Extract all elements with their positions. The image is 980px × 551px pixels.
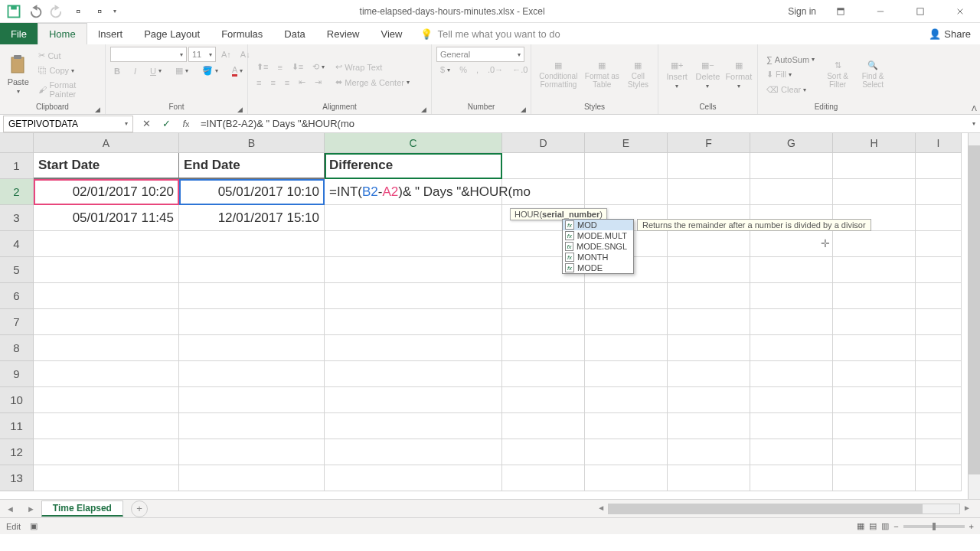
view-page-icon[interactable]: ▤ (869, 521, 877, 531)
row-header-7[interactable]: 7 (0, 309, 34, 335)
cell-B6[interactable] (179, 283, 325, 309)
col-header-g[interactable]: G (750, 133, 833, 153)
cell-B13[interactable] (179, 465, 325, 491)
format-painter-button[interactable]: 🖌Format Painter (34, 78, 100, 101)
cell-E13[interactable] (585, 465, 668, 491)
row-header-6[interactable]: 6 (0, 283, 34, 309)
cell-H13[interactable] (833, 465, 916, 491)
cell-G7[interactable] (750, 309, 833, 335)
cell-B2[interactable]: 05/01/2017 10:10 (179, 179, 325, 205)
col-header-h[interactable]: H (833, 133, 916, 153)
cell-I6[interactable] (916, 283, 962, 309)
cell-A9[interactable] (34, 361, 179, 387)
cell-F6[interactable] (668, 283, 750, 309)
tab-review[interactable]: Review (316, 23, 371, 44)
cell-D1[interactable] (502, 153, 585, 179)
undo-icon[interactable] (28, 4, 43, 19)
cell-F5[interactable] (668, 257, 750, 283)
comma-icon[interactable]: , (472, 63, 482, 77)
cell-G12[interactable] (750, 439, 833, 465)
conditional-formatting-button[interactable]: ▦ Conditional Formatting (536, 60, 581, 89)
tab-formulas[interactable]: Formulas (211, 23, 273, 44)
cell-E10[interactable] (585, 387, 668, 413)
ac-item-mode[interactable]: fxMODE (563, 262, 633, 273)
cell-F4[interactable] (668, 231, 750, 257)
save-icon[interactable] (6, 4, 21, 19)
border-button[interactable]: ▦▾ (172, 63, 192, 79)
cell-G5[interactable] (750, 257, 833, 283)
fill-color-button[interactable]: 🪣▾ (198, 63, 222, 79)
row-header-10[interactable]: 10 (0, 387, 34, 413)
cell-F2[interactable] (668, 179, 750, 205)
cell-D13[interactable] (502, 465, 585, 491)
cell-C12[interactable] (325, 439, 502, 465)
cell-G8[interactable] (750, 335, 833, 361)
cell-C5[interactable] (325, 257, 502, 283)
indent-inc-icon[interactable]: ⇥ (311, 75, 325, 90)
cell-A13[interactable] (34, 465, 179, 491)
sheet-nav-prev-icon[interactable]: ◄ (0, 504, 21, 514)
row-header-1[interactable]: 1 (0, 153, 34, 179)
col-header-c[interactable]: C (325, 133, 502, 153)
cell-B4[interactable] (179, 231, 325, 257)
cell-H9[interactable] (833, 361, 916, 387)
cell-E11[interactable] (585, 413, 668, 439)
cell-B12[interactable] (179, 439, 325, 465)
qat-btn-1[interactable]: ▫ (70, 4, 86, 19)
cell-I11[interactable] (916, 413, 962, 439)
cell-G2[interactable] (750, 179, 833, 205)
dec-decimal-icon[interactable]: ←.0 (508, 63, 531, 77)
cell-C11[interactable] (325, 413, 502, 439)
cell-I2[interactable] (916, 179, 962, 205)
dialog-launcher-icon[interactable]: ◢ (421, 106, 426, 113)
cell-H12[interactable] (833, 439, 916, 465)
cell-F8[interactable] (668, 335, 750, 361)
wrap-text-button[interactable]: ↩Wrap Text (332, 60, 413, 74)
cell-H8[interactable] (833, 335, 916, 361)
tab-pagelayout[interactable]: Page Layout (133, 23, 211, 44)
row-header-4[interactable]: 4 (0, 231, 34, 257)
cell-H7[interactable] (833, 309, 916, 335)
col-header-e[interactable]: E (585, 133, 668, 153)
tab-view[interactable]: View (370, 23, 413, 44)
ac-item-month[interactable]: fxMONTH (563, 252, 633, 262)
zoom-in-icon[interactable]: + (969, 522, 974, 531)
cell-I10[interactable] (916, 387, 962, 413)
autocomplete-list[interactable]: fxMOD fxMODE.MULT fxMODE.SNGL fxMONTH fx… (562, 219, 634, 274)
cell-C10[interactable] (325, 387, 502, 413)
cell-B10[interactable] (179, 387, 325, 413)
bold-button[interactable]: B (110, 63, 124, 79)
row-header-2[interactable]: 2 (0, 179, 34, 205)
ribbon-options-icon[interactable] (825, 0, 856, 23)
tab-home[interactable]: Home (38, 23, 87, 44)
dialog-launcher-icon[interactable]: ◢ (95, 106, 100, 113)
horizontal-scrollbar[interactable]: ◄ ► (148, 504, 980, 514)
format-cells-button[interactable]: ▦Format▾ (725, 60, 753, 90)
cell-H5[interactable] (833, 257, 916, 283)
fill-button[interactable]: ⬇Fill▾ (763, 67, 818, 82)
percent-icon[interactable]: % (456, 63, 471, 77)
cancel-formula-icon[interactable]: ✕ (136, 116, 156, 132)
fx-icon[interactable]: fx (176, 116, 196, 132)
font-color-button[interactable]: A▾ (228, 63, 247, 79)
orientation-icon[interactable]: ⟲▾ (309, 60, 328, 74)
number-format-combo[interactable]: General▾ (436, 47, 524, 62)
cell-A10[interactable] (34, 387, 179, 413)
col-header-a[interactable]: A (34, 133, 179, 153)
inc-decimal-icon[interactable]: .0→ (484, 63, 507, 77)
cell-F7[interactable] (668, 309, 750, 335)
cell-G9[interactable] (750, 361, 833, 387)
cell-E1[interactable] (585, 153, 668, 179)
cell-G1[interactable] (750, 153, 833, 179)
cell-C2[interactable]: =INT(B2-A2)& " Days "&HOUR(mo (325, 179, 502, 205)
cell-C6[interactable] (325, 283, 502, 309)
cell-C7[interactable] (325, 309, 502, 335)
cell-G11[interactable] (750, 413, 833, 439)
autosum-button[interactable]: ∑AutoSum▾ (763, 53, 818, 67)
cell-E7[interactable] (585, 309, 668, 335)
cell-E6[interactable] (585, 283, 668, 309)
qat-btn-2[interactable]: ▫ (92, 4, 107, 19)
cell-F12[interactable] (668, 439, 750, 465)
view-break-icon[interactable]: ▥ (881, 521, 889, 531)
accounting-icon[interactable]: $▾ (436, 63, 454, 77)
